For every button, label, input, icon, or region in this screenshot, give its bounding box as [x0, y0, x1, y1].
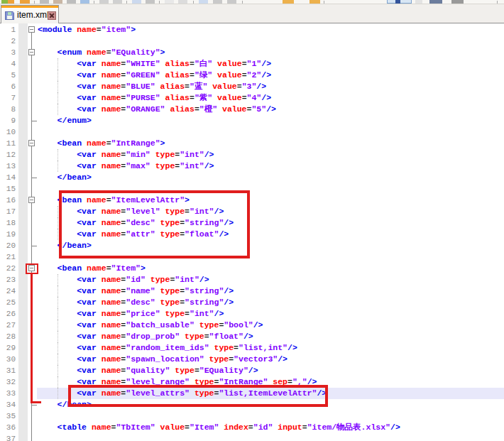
- code-text[interactable]: <enum name="EQuality">: [38, 47, 165, 58]
- code-text[interactable]: <var name="quality" type="EQuality"/>: [38, 365, 258, 376]
- toolbar-icon-fragment[interactable]: [113, 0, 122, 4]
- line-number: 23: [0, 274, 16, 285]
- fold-end-marker: [32, 405, 37, 405]
- code-text[interactable]: </enum>: [38, 115, 92, 126]
- code-text[interactable]: </bean>: [38, 240, 92, 251]
- line-number: 28: [0, 331, 16, 342]
- code-text[interactable]: <var name="desc" type="string"/>: [38, 217, 234, 229]
- line-number: 20: [0, 240, 16, 251]
- line-number: 14: [0, 172, 16, 183]
- toolbar-icon-fragment[interactable]: [132, 0, 141, 4]
- code-text[interactable]: <var name="random_item_ids" type="list,i…: [38, 342, 297, 354]
- fold-toggle-icon[interactable]: [28, 140, 35, 146]
- toolbar-icon-fragment[interactable]: [99, 0, 109, 4]
- code-text[interactable]: <var name="min" type="int"/>: [38, 149, 214, 160]
- line-number: 18: [0, 217, 16, 229]
- line-number: 6: [0, 81, 16, 92]
- line-number: 19: [0, 229, 16, 240]
- toolbar-icon-fragment[interactable]: [178, 0, 187, 4]
- toolbar-icon-fragment[interactable]: [213, 0, 222, 4]
- toolbar-icon-fragment[interactable]: [227, 0, 236, 4]
- code-text[interactable]: <var name="spawn_location" type="vector3…: [38, 354, 287, 365]
- toolbar-icon-fragment[interactable]: [165, 0, 174, 4]
- code-text[interactable]: <module name="item">: [38, 24, 136, 36]
- toolbar-icon-fragment[interactable]: [1, 0, 8, 4]
- line-number: 36: [0, 422, 16, 433]
- code-text[interactable]: <var name="BLUE" alias="蓝" value="3"/>: [38, 81, 266, 92]
- line-number: 34: [0, 399, 16, 410]
- line-number: 30: [0, 354, 16, 365]
- line-number: 7: [0, 92, 16, 104]
- line-number: 9: [0, 115, 16, 126]
- line-number: 5: [0, 70, 16, 81]
- tab-bar: item.xml: [0, 4, 504, 23]
- code-text[interactable]: <var name="desc" type="string"/>: [38, 297, 234, 308]
- fold-toggle-icon[interactable]: [28, 49, 35, 55]
- line-number: 25: [0, 297, 16, 308]
- line-number: 11: [0, 138, 16, 149]
- line-number: 21: [0, 251, 16, 263]
- toolbar-icon-fragment[interactable]: [20, 0, 30, 4]
- code-text[interactable]: <var name="GREEN" alias="绿" value="2"/>: [38, 70, 271, 81]
- line-number: 12: [0, 149, 16, 160]
- fold-toggle-icon[interactable]: [28, 265, 35, 271]
- fold-end-marker: [32, 246, 37, 246]
- line-number: 32: [0, 376, 16, 388]
- code-text[interactable]: </bean>: [38, 399, 92, 410]
- line-number: 27: [0, 320, 16, 331]
- toolbar-icon-fragment[interactable]: [429, 0, 442, 4]
- code-text[interactable]: <var name="drop_prob" type="float"/>: [38, 331, 253, 342]
- fold-guide-line: [31, 33, 32, 441]
- code-text[interactable]: <var name="PURSE" alias="紫" value="4"/>: [38, 92, 271, 104]
- line-number: 10: [0, 126, 16, 138]
- tab-title: item.xml: [17, 10, 49, 20]
- tab-item-xml[interactable]: item.xml: [1, 5, 59, 23]
- code-text[interactable]: <var name="WHITE" alias="白" value="1"/>: [38, 58, 271, 70]
- toolbar-separator: [34, 1, 35, 4]
- code-text[interactable]: <var name="price" type="int"/>: [38, 308, 224, 320]
- toolbar-icon-fragment[interactable]: [199, 0, 208, 4]
- toolbar-separator: [193, 1, 194, 4]
- code-text[interactable]: <var name="batch_usable" type="bool"/>: [38, 320, 263, 331]
- toolbar-icon-fragment[interactable]: [283, 0, 294, 4]
- notepad-window: { "tab": { "title": "item.xml" }, "icons…: [0, 0, 504, 441]
- fold-end-marker: [32, 178, 37, 178]
- tab-close-button[interactable]: [48, 11, 56, 20]
- code-text[interactable]: <var name="level_range" type="IntRange" …: [38, 376, 317, 388]
- code-text[interactable]: <var name="level_attrs" type="list,ItemL…: [38, 388, 327, 399]
- line-number: 1: [0, 24, 16, 36]
- code-text[interactable]: <bean name="IntRange">: [38, 138, 165, 149]
- line-number: 26: [0, 308, 16, 320]
- toolbar-icon-fragment[interactable]: [53, 0, 62, 4]
- code-text[interactable]: <var name="attr" type="float"/>: [38, 229, 229, 240]
- fold-toggle-icon[interactable]: [28, 197, 35, 203]
- toolbar-icon-fragment[interactable]: [40, 0, 49, 4]
- code-text[interactable]: <var name="id" type="int"/>: [38, 274, 209, 285]
- toolbar-icon-fragment[interactable]: [415, 0, 422, 4]
- toolbar-separator: [126, 1, 127, 4]
- toolbar-icon-fragment[interactable]: [451, 0, 464, 4]
- toolbar-icon-fragment[interactable]: [67, 0, 76, 4]
- code-text[interactable]: <var name="level" type="int"/>: [38, 206, 224, 217]
- fold-toggle-icon[interactable]: [28, 26, 35, 33]
- code-text[interactable]: <bean name="Item">: [38, 263, 146, 274]
- code-editor[interactable]: 1<module name="item">23 <enum name="EQua…: [0, 23, 504, 441]
- line-number: 35: [0, 410, 16, 422]
- line-number: 16: [0, 195, 16, 206]
- line-number: 2: [0, 36, 16, 47]
- toolbar-icon-fragment[interactable]: [8, 0, 14, 4]
- toolbar-icon-fragment[interactable]: [309, 0, 320, 4]
- code-text[interactable]: </bean>: [38, 172, 92, 183]
- code-text[interactable]: <var name="ORANGE" alias="橙" value="5"/>: [38, 104, 276, 115]
- toolbar-icon-fragment[interactable]: [146, 0, 155, 4]
- toolbar-separator: [242, 1, 243, 4]
- code-text[interactable]: <var name="name" type="string"/>: [38, 285, 234, 297]
- active-tab-accent: [1, 6, 58, 8]
- toolbar-separator: [94, 1, 94, 4]
- toolbar-icon-fragment[interactable]: [395, 0, 400, 4]
- line-number: 13: [0, 160, 16, 172]
- toolbar-icon-fragment[interactable]: [80, 0, 89, 4]
- code-text[interactable]: <var name="max" type="int"/>: [38, 160, 214, 172]
- code-text[interactable]: <table name="TbItem" value="Item" index=…: [38, 422, 400, 433]
- code-text[interactable]: <bean name="ItemLevelAttr">: [38, 195, 190, 206]
